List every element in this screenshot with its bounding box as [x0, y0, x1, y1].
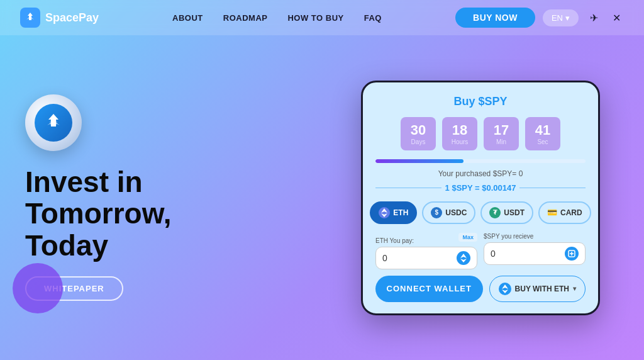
eth-input-wrapper [375, 247, 477, 269]
header: SpacePay ABOUT ROADMAP HOW TO BUY FAQ BU… [0, 0, 644, 35]
spy-input-label: $SPY you recieve [484, 233, 586, 240]
spy-input[interactable] [491, 249, 561, 259]
eth-input[interactable] [382, 253, 453, 263]
telegram-icon[interactable]: ✈ [586, 12, 601, 24]
lang-label: EN [552, 13, 563, 23]
tab-usdc[interactable]: $ USDC [422, 201, 475, 224]
x-twitter-icon[interactable]: ✕ [609, 12, 624, 24]
eth-input-label: ETH You pay: [375, 237, 414, 244]
tab-usdc-label: USDC [445, 208, 467, 217]
countdown-min: 17 Min [484, 117, 519, 150]
input-row: ETH You pay: Max $SPY you recieve [375, 233, 586, 269]
nav-roadmap[interactable]: ROADMAP [223, 13, 268, 23]
card-icon: 💳 [547, 208, 557, 217]
tab-usdt-label: USDT [504, 208, 525, 217]
hero-title-line3: Today [25, 229, 108, 262]
usdc-icon: $ [431, 207, 442, 218]
min-label: Min [492, 138, 510, 145]
svg-marker-2 [381, 213, 387, 217]
countdown-hours: 18 Hours [442, 117, 477, 150]
rate-value: 1 $SPY = $0.00147 [445, 183, 516, 193]
nav-faq[interactable]: FAQ [364, 13, 382, 23]
svg-marker-1 [381, 208, 387, 213]
svg-marker-4 [460, 259, 467, 262]
days-label: Days [409, 138, 427, 145]
hours-label: Hours [451, 138, 469, 145]
hero-section: Invest in Tomorrow, Today WHITEPAPER [25, 94, 342, 301]
svg-marker-3 [460, 254, 467, 258]
sec-value: 41 [534, 122, 552, 138]
hero-title-line1: Invest in [25, 166, 143, 198]
tab-eth[interactable]: ETH [370, 201, 417, 224]
buy-eth-icon [499, 283, 511, 295]
card-title: Buy $SPY [375, 95, 586, 108]
decoration-circle [13, 263, 63, 313]
countdown-sec: 41 Sec [525, 117, 560, 150]
tab-card[interactable]: 💳 CARD [538, 201, 591, 224]
chevron-down-icon: ▾ [573, 285, 576, 292]
hero-title: Invest in Tomorrow, Today [25, 166, 342, 262]
chevron-down-icon: ▾ [565, 13, 570, 23]
hero-title-line2: Tomorrow, [25, 197, 172, 230]
spy-input-icon-button[interactable] [565, 247, 579, 261]
coin-logo [35, 104, 72, 142]
header-right: BUY NOW EN ▾ ✈ ✕ [455, 8, 624, 28]
logo: SpacePay [20, 8, 99, 28]
connect-wallet-button[interactable]: CONNECT WALLET [375, 276, 483, 302]
usdt-icon: ₮ [489, 207, 501, 218]
countdown-timer: 30 Days 18 Hours 17 Min 41 Sec [375, 117, 586, 150]
coin-image [25, 94, 82, 151]
main-nav: ABOUT ROADMAP HOW TO BUY FAQ [172, 13, 382, 23]
logo-icon [20, 8, 40, 28]
tab-usdt[interactable]: ₮ USDT [480, 201, 533, 224]
tab-card-label: CARD [560, 208, 582, 217]
buy-card: Buy $SPY 30 Days 18 Hours 17 Min 41 Sec [361, 81, 600, 315]
spy-input-wrapper [484, 242, 586, 265]
purchased-text: Your purchased $SPY= 0 [375, 169, 586, 178]
rate-text: 1 $SPY = $0.00147 [375, 183, 586, 193]
min-value: 17 [492, 122, 510, 138]
progress-bar-fill [375, 159, 464, 163]
max-badge[interactable]: Max [458, 233, 477, 242]
buy-with-eth-label: BUY WITH ETH [515, 284, 569, 293]
svg-marker-7 [502, 290, 508, 293]
spy-input-col: $SPY you recieve [484, 233, 586, 269]
eth-input-icon-button[interactable] [457, 251, 470, 265]
buy-widget-section: Buy $SPY 30 Days 18 Hours 17 Min 41 Sec [342, 81, 619, 315]
nav-how-to-buy[interactable]: HOW TO BUY [287, 13, 343, 23]
actions-row: CONNECT WALLET BUY WITH ETH ▾ [375, 276, 586, 302]
nav-about[interactable]: ABOUT [172, 13, 203, 23]
main-content: Invest in Tomorrow, Today WHITEPAPER Buy… [0, 35, 644, 360]
buy-with-eth-button[interactable]: BUY WITH ETH ▾ [489, 276, 586, 302]
sec-label: Sec [534, 138, 552, 145]
tab-eth-label: ETH [393, 208, 408, 217]
hours-value: 18 [451, 122, 469, 138]
logo-text: SpacePay [45, 11, 99, 25]
eth-input-col: ETH You pay: Max [375, 233, 477, 269]
svg-marker-6 [502, 284, 508, 289]
progress-bar [375, 159, 586, 163]
language-button[interactable]: EN ▾ [543, 9, 579, 26]
eth-icon [379, 207, 390, 218]
countdown-days: 30 Days [401, 117, 436, 150]
payment-tabs: ETH $ USDC ₮ USDT 💳 CARD [375, 201, 586, 224]
days-value: 30 [409, 122, 427, 138]
svg-point-0 [50, 119, 57, 127]
buy-now-button[interactable]: BUY NOW [455, 8, 535, 28]
